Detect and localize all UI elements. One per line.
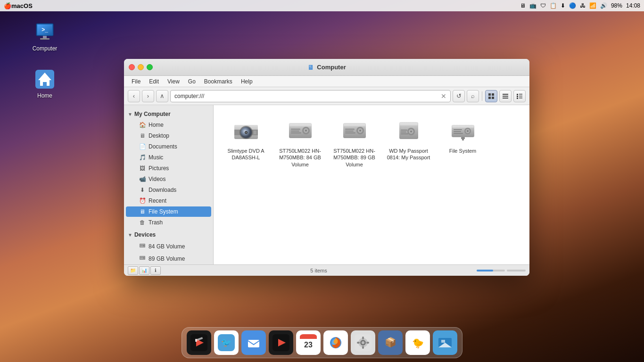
back-button[interactable]: ‹ [128, 90, 140, 102]
dock-airmail[interactable] [241, 330, 266, 355]
address-clear-button[interactable]: ✕ [441, 92, 446, 100]
statusbar-info-button[interactable]: ℹ [150, 266, 161, 275]
svg-rect-3 [43, 36, 47, 38]
dock-cyberduck[interactable]: 🐤 [405, 330, 430, 355]
sidebar-section-mycomputer[interactable]: ▼ My Computer [124, 109, 213, 119]
up-button[interactable]: ∧ [156, 90, 168, 102]
menu-edit[interactable]: Edit [145, 77, 163, 86]
svg-point-35 [245, 132, 247, 133]
sidebar-item-downloads-label: Downloads [149, 187, 176, 193]
svg-rect-46 [344, 123, 365, 126]
file-item-dvd-label: Slimtype DVD A DA8A5SH-L [223, 148, 269, 161]
address-text: computer:/// [174, 93, 441, 99]
dock-firefox[interactable] [323, 330, 348, 355]
svg-text:>_: >_ [41, 26, 48, 33]
svg-rect-14 [503, 98, 508, 99]
menubar-bluetooth-icon[interactable]: 🔵 [569, 2, 576, 9]
sidebar-item-desktop-label: Desktop [149, 132, 169, 139]
desktop-icon-home[interactable]: Home [26, 66, 64, 101]
menubar-clipboard-icon[interactable]: 📋 [550, 2, 557, 9]
close-button[interactable] [129, 64, 135, 70]
sidebar-item-videos[interactable]: 📹 Videos [126, 174, 211, 184]
menu-view[interactable]: View [164, 77, 183, 86]
svg-rect-43 [291, 131, 299, 132]
sidebar-item-filesystem[interactable]: 🖥 File System [126, 206, 211, 217]
statusbar: 📁 📊 ℹ 5 items [124, 264, 529, 276]
sidebar-item-home[interactable]: 🏠 Home [126, 120, 211, 130]
address-bar[interactable]: computer:/// ✕ [170, 90, 451, 102]
file-item-vol84[interactable]: ST750LM022 HN-M750MBB: 84 GB Volume [275, 113, 325, 172]
svg-rect-69 [461, 137, 465, 139]
menubar-wifi-icon[interactable]: 📶 [589, 2, 596, 9]
file-item-dvd[interactable]: Slimtype DVD A DA8A5SH-L [221, 113, 271, 172]
sidebar-item-music[interactable]: 🎵 Music [126, 152, 211, 163]
sidebar-item-trash[interactable]: 🗑 Trash [126, 217, 211, 228]
sidebar-item-vol84[interactable]: 84 GB Volume [126, 240, 211, 252]
dock-pastepal[interactable]: 🐦 [214, 330, 239, 355]
file-grid: Slimtype DVD A DA8A5SH-L [221, 113, 522, 172]
file-item-vol89-label: ST750LM022 HN-M750MBB: 89 GB Volume [331, 148, 377, 168]
statusbar-files-button[interactable]: 📁 [128, 266, 138, 275]
dock-claquette[interactable] [187, 330, 211, 355]
sidebar-item-vol89-label: 89 GB Volume [149, 255, 185, 262]
svg-point-23 [143, 245, 145, 247]
sidebar-item-pictures[interactable]: 🖼 Pictures [126, 163, 211, 173]
file-item-vol89[interactable]: ST750LM022 HN-M750MBB: 89 GB Volume [330, 113, 379, 172]
menubar-avast-icon[interactable]: 🛡 [540, 2, 546, 9]
search-button[interactable]: ⌕ [467, 90, 479, 102]
file-item-vol84-label: ST750LM022 HN-M750MBB: 84 GB Volume [277, 148, 323, 168]
downloads-sidebar-icon: ⬇ [139, 187, 146, 193]
vol84-sidebar-icon [139, 242, 146, 250]
dock-systemprefs[interactable] [351, 330, 375, 355]
menu-go[interactable]: Go [184, 77, 199, 86]
svg-rect-4 [40, 38, 50, 40]
toolbar-separator [482, 91, 482, 101]
sidebar-item-recent[interactable]: ⏰ Recent [126, 196, 211, 206]
sidebar-item-documents[interactable]: 📄 Documents [126, 141, 211, 152]
menubar-monitor-icon[interactable]: 🖥 [520, 2, 526, 9]
svg-rect-59 [401, 132, 406, 132]
sidebar: ▼ My Computer 🏠 Home 🖥 Desktop 📄 Documen… [124, 105, 214, 264]
computer-icon: >_ [33, 21, 56, 43]
menu-file[interactable]: File [128, 77, 144, 86]
minimize-button[interactable] [138, 64, 144, 70]
sidebar-item-downloads[interactable]: ⬇ Downloads [126, 185, 211, 195]
apple-menu-icon[interactable]: 🍎 [4, 2, 11, 9]
statusbar-tree-button[interactable]: 📊 [139, 266, 149, 275]
svg-rect-38 [289, 123, 311, 126]
view-list-button[interactable] [499, 90, 512, 102]
dock-storage[interactable]: 📦 [378, 330, 403, 355]
zoom-bar [477, 270, 505, 272]
menubar-display-icon[interactable]: 📺 [529, 2, 537, 9]
forward-button[interactable]: › [142, 90, 154, 102]
dock-calendar[interactable]: 23 [296, 330, 321, 355]
section-arrow-mycomputer: ▼ [128, 112, 132, 117]
file-item-filesystem[interactable]: File System [438, 113, 487, 172]
svg-point-91 [362, 341, 364, 344]
maximize-button[interactable] [147, 64, 153, 70]
svg-text:🐤: 🐤 [412, 337, 424, 349]
svg-rect-66 [454, 129, 462, 130]
view-details-button[interactable] [513, 90, 526, 102]
dock-claquette2[interactable] [269, 330, 293, 355]
sidebar-section-devices[interactable]: ▼ Devices [124, 230, 213, 240]
desktop-icon-computer[interactable]: >_ Computer [26, 19, 64, 54]
reload-button[interactable]: ↺ [453, 90, 465, 102]
svg-rect-20 [519, 98, 522, 99]
file-item-wd[interactable]: WD My Passport 0814: My Passport [384, 113, 433, 172]
sidebar-item-vol84-label: 84 GB Volume [149, 243, 185, 250]
dock-finder[interactable] [433, 330, 457, 355]
menubar-volume-icon[interactable]: 🔊 [600, 2, 607, 9]
menubar-uget-icon[interactable]: ⬇ [561, 2, 565, 9]
file-item-filesystem-label: File System [449, 148, 476, 154]
menu-bookmarks[interactable]: Bookmarks [200, 77, 236, 86]
menu-help[interactable]: Help [237, 77, 256, 86]
zoom-bar-fill [477, 270, 493, 272]
svg-rect-92 [362, 337, 364, 339]
svg-rect-8 [488, 93, 491, 96]
menubar-network-icon[interactable]: 🖧 [580, 2, 586, 9]
sidebar-item-desktop[interactable]: 🖥 Desktop [126, 131, 211, 141]
sidebar-item-vol89[interactable]: 89 GB Volume [126, 253, 211, 264]
view-grid-button[interactable] [485, 90, 497, 102]
svg-rect-54 [400, 123, 418, 125]
